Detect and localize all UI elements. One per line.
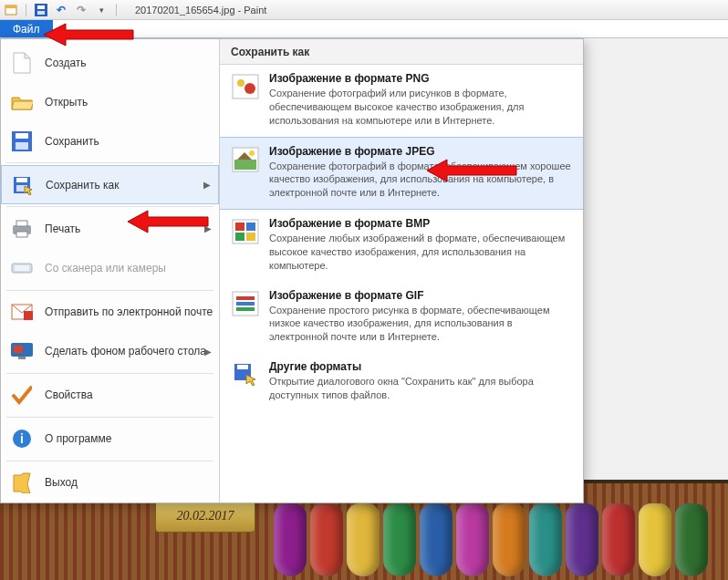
- save-disk-icon: [10, 129, 34, 153]
- format-title: Изображение в формате PNG: [269, 72, 572, 85]
- info-icon: i: [10, 427, 34, 451]
- format-desc: Открытие диалогового окна "Сохранить как…: [269, 375, 572, 402]
- svg-rect-19: [24, 311, 33, 320]
- file-menu: Создать Открыть Сохранить Сохранить как …: [0, 38, 584, 503]
- exit-icon: [10, 471, 34, 494]
- jpeg-icon: [231, 145, 260, 174]
- window-title: 20170201_165654.jpg - Paint: [135, 5, 266, 16]
- open-folder-icon: [10, 90, 34, 114]
- checkmark-icon: [10, 383, 34, 407]
- svg-rect-42: [237, 365, 248, 369]
- menu-label: Сохранить: [45, 135, 99, 148]
- format-gif[interactable]: Изображение в формате GIF Сохранение про…: [220, 282, 583, 354]
- format-bmp[interactable]: Изображение в формате BMP Сохранение люб…: [220, 210, 583, 282]
- desktop-icon: [10, 339, 34, 363]
- qat-dropdown-icon[interactable]: ▾: [94, 3, 109, 17]
- svg-rect-17: [15, 265, 29, 271]
- svg-rect-40: [236, 307, 255, 311]
- svg-rect-38: [236, 296, 255, 300]
- gif-icon: [231, 289, 260, 318]
- format-png[interactable]: Изображение в формате PNG Сохранение фот…: [220, 65, 583, 137]
- submenu-header: Сохранить как: [220, 39, 583, 65]
- svg-rect-22: [18, 357, 26, 359]
- svg-marker-6: [25, 53, 30, 58]
- menu-open[interactable]: Открыть: [1, 82, 219, 121]
- chevron-right-icon: ▶: [203, 180, 211, 190]
- menu-separator: [6, 417, 213, 418]
- svg-rect-33: [235, 223, 244, 231]
- menu-save-as[interactable]: Сохранить как ▶: [1, 165, 219, 204]
- svg-rect-21: [14, 346, 23, 353]
- menu-about[interactable]: i О программе: [1, 419, 219, 459]
- save-as-submenu: Сохранить как Изображение в формате PNG …: [220, 39, 583, 502]
- bmp-icon: [231, 217, 260, 246]
- svg-rect-4: [37, 11, 45, 15]
- menu-label: Открыть: [45, 96, 88, 109]
- plaque-label: 20.02.2017: [155, 500, 255, 533]
- menu-scanner: Со сканера или камеры: [1, 248, 219, 287]
- ribbon-tabs: Файл: [0, 20, 728, 38]
- format-title: Изображение в формате BMP: [269, 217, 572, 230]
- menu-label: Со сканера или камеры: [45, 262, 166, 274]
- titlebar: ↶ ↷ ▾ 20170201_165654.jpg - Paint: [0, 0, 728, 20]
- menu-separator: [6, 206, 213, 207]
- menu-create[interactable]: Создать: [1, 43, 219, 82]
- svg-rect-15: [16, 232, 27, 237]
- format-title: Изображение в формате GIF: [269, 289, 572, 302]
- svg-point-27: [244, 83, 255, 94]
- svg-rect-36: [246, 233, 255, 241]
- menu-separator: [6, 290, 213, 291]
- svg-rect-9: [16, 142, 28, 150]
- format-title: Другие форматы: [269, 360, 572, 373]
- app-icon: [4, 3, 18, 17]
- scanner-icon: [10, 256, 34, 280]
- menu-save[interactable]: Сохранить: [1, 121, 219, 161]
- format-desc: Сохранение любых изображений в формате, …: [269, 232, 572, 273]
- redo-icon[interactable]: ↷: [74, 3, 88, 17]
- new-file-icon: [10, 51, 34, 75]
- menu-label: Печать: [45, 223, 80, 235]
- menu-separator: [6, 373, 213, 374]
- svg-rect-34: [246, 223, 255, 231]
- file-menu-list: Создать Открыть Сохранить Сохранить как …: [1, 39, 220, 502]
- email-icon: [10, 300, 34, 324]
- file-tab[interactable]: Файл: [0, 20, 53, 37]
- menu-separator: [6, 162, 213, 163]
- svg-rect-11: [16, 178, 27, 182]
- svg-rect-1: [5, 5, 16, 8]
- format-desc: Сохранение простого рисунка в формате, о…: [269, 304, 572, 345]
- format-jpeg[interactable]: Изображение в формате JPEG Сохранение фо…: [220, 137, 583, 211]
- menu-label: Отправить по электронной почте: [45, 306, 213, 318]
- save-icon[interactable]: [34, 3, 48, 17]
- separator: [26, 4, 26, 16]
- chevron-right-icon: ▶: [204, 347, 212, 357]
- menu-wallpaper[interactable]: Сделать фоном рабочего стола ▶: [1, 332, 219, 371]
- svg-point-26: [237, 79, 244, 87]
- undo-icon[interactable]: ↶: [54, 3, 68, 17]
- format-desc: Сохранение фотографий или рисунков в фор…: [269, 87, 572, 128]
- chevron-right-icon: ▶: [204, 223, 212, 233]
- menu-label: Сделать фоном рабочего стола: [45, 345, 206, 357]
- format-title: Изображение в формате JPEG: [269, 145, 572, 158]
- svg-rect-29: [234, 160, 256, 170]
- svg-rect-35: [235, 233, 244, 241]
- menu-email[interactable]: Отправить по электронной почте: [1, 293, 219, 332]
- menu-label: Свойства: [45, 388, 93, 401]
- menu-exit[interactable]: Выход: [1, 463, 219, 502]
- format-other[interactable]: Другие форматы Открытие диалогового окна…: [220, 353, 583, 411]
- menu-print[interactable]: Печать ▶: [1, 209, 219, 248]
- separator: [116, 4, 117, 16]
- svg-rect-3: [37, 5, 45, 9]
- menu-properties[interactable]: Свойства: [1, 376, 219, 415]
- svg-point-31: [249, 150, 255, 156]
- menu-label: Выход: [45, 476, 78, 489]
- svg-rect-8: [16, 133, 28, 139]
- other-formats-icon: [231, 360, 260, 389]
- png-icon: [231, 72, 260, 101]
- menu-label: О программе: [45, 432, 111, 445]
- format-desc: Сохранение фотографий в формате, обеспеч…: [269, 160, 572, 201]
- menu-label: Создать: [45, 57, 87, 69]
- svg-rect-14: [16, 221, 27, 226]
- svg-rect-39: [236, 302, 255, 306]
- save-as-icon: [11, 173, 35, 197]
